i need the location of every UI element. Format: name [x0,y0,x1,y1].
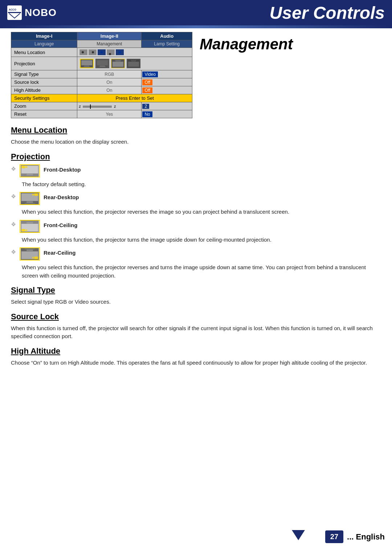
svg-rect-34 [21,229,25,231]
menu-location-row: Menu Location [11,48,192,57]
high-altitude-off[interactable]: Off [142,86,192,94]
high-altitude-on[interactable]: On [77,86,142,94]
reset-row: Reset Yes No [11,110,192,118]
svg-rect-27 [25,203,35,204]
svg-rect-38 [26,250,33,251]
page-title: User Controls [270,3,385,22]
loc-bottom-left-icon[interactable] [107,49,115,55]
zoom-row: Zoom z z 2 [11,102,192,110]
signal-type-rgb[interactable]: RGB [77,70,142,78]
high-altitude-text: Choose “On” to turn on High Altitude mod… [11,359,381,367]
tab-image-ii[interactable]: Image-II [77,32,142,40]
signal-type-label: Signal Type [11,70,77,78]
tab-image-i[interactable]: Image-I [11,32,77,40]
proj-rear-desktop-icon[interactable] [95,59,109,68]
reset-no-badge: No [142,111,152,117]
front-desktop-label-group: Front-Desktop [44,164,81,173]
sub-tab-language[interactable]: Language [11,40,77,48]
svg-rect-22 [21,165,25,168]
svg-rect-17 [131,60,136,61]
tab-audio[interactable]: Audio [142,32,192,40]
menu-location-icons [79,49,191,56]
source-lock-off-badge: Off [142,79,152,85]
front-desktop-icon [20,164,40,177]
sub-tab-row: Language Management Lamp Setting [11,40,192,48]
page-footer: 27 ... English [325,530,385,543]
proj-front-ceiling-icon[interactable] [111,59,125,68]
proj-front-desktop-icon[interactable] [80,59,94,68]
svg-rect-40 [34,257,38,259]
source-lock-off[interactable]: Off [142,78,192,86]
high-altitude-section: High Altitude Choose “On” to turn on Hig… [11,346,381,367]
blue-bar [0,25,392,28]
title-area: User Controls [57,3,385,23]
front-desktop-desc: The factory default setting. [11,180,381,189]
signal-type-video[interactable]: Video [142,70,192,78]
projection-value[interactable] [77,57,192,70]
svg-rect-12 [113,62,123,67]
front-ceiling-desc: When you select this function, the proje… [11,236,381,244]
svg-rect-16 [128,62,139,67]
page-language: ... English [347,532,385,542]
front-ceiling-label-group: Front-Ceiling [44,220,77,228]
osd-table: Image-I Image-II Audio Language Manageme… [11,32,192,118]
svg-rect-33 [25,221,35,222]
rear-desktop-icon [20,192,40,205]
svg-text:ACCO: ACCO [9,8,16,11]
reset-no[interactable]: No [142,110,192,118]
zoom-tick [90,104,91,109]
rear-ceiling-label: Rear-Ceiling [44,250,75,256]
high-altitude-off-badge: Off [142,87,152,93]
signal-type-heading: Signal Type [11,286,381,295]
sub-tab-lamp-setting[interactable]: Lamp Setting [142,40,192,48]
front-ceiling-icon [20,220,40,233]
svg-rect-2 [8,12,21,13]
menu-location-heading: Menu Location [11,126,381,135]
high-altitude-heading: High Altitude [11,346,381,356]
rear-ceiling-item: ❖ Rear-Ceiling [11,247,381,260]
svg-rect-10 [99,66,106,67]
right-col: Management [200,32,381,60]
svg-rect-21 [25,175,35,176]
zoom-label: Zoom [11,102,77,110]
logo-text: NOBO [25,7,57,19]
zoom-val-badge: 2 [142,104,149,109]
source-lock-label: Source lock [11,78,77,86]
projection-label: Projection [11,57,77,70]
rear-ceiling-label-group: Rear-Ceiling [44,247,75,256]
source-lock-on[interactable]: On [77,78,142,86]
source-lock-text: When this function is turned off, the pr… [11,324,381,341]
svg-rect-4 [81,60,92,65]
reset-yes[interactable]: Yes [77,110,142,118]
diamond-icon-1: ❖ [11,165,16,172]
source-lock-row: Source lock On Off [11,78,192,86]
tab-row: Image-I Image-II Audio [11,32,192,40]
menu-location-value[interactable] [77,48,192,57]
menu-location-section: Menu Location Choose the menu location o… [11,126,381,146]
loc-bottom-right-icon[interactable] [116,49,124,55]
svg-rect-26 [26,201,33,203]
rear-desktop-label: Rear-Desktop [44,194,79,200]
security-settings-value[interactable]: Press Enter to Set [77,94,192,102]
header: ACCO NOBO User Controls [0,0,392,25]
projection-heading: Projection [11,152,381,161]
projection-icons [79,58,191,69]
signal-type-text: Select signal type RGB or Video sources. [11,298,381,306]
loc-top-center-icon[interactable] [89,49,97,55]
zoom-track[interactable] [83,106,112,108]
svg-rect-39 [25,249,35,250]
svg-rect-20 [26,174,33,175]
projection-row: Projection [11,57,192,70]
sub-tab-management[interactable]: Management [77,40,142,48]
menu-location-label: Menu Location [11,48,77,57]
logo-area: ACCO NOBO [7,5,57,20]
loc-top-left-icon[interactable] [79,49,87,55]
svg-rect-6 [83,66,90,67]
loc-top-right-icon[interactable] [98,49,106,55]
diamond-icon-4: ❖ [11,249,16,255]
rear-desktop-label-group: Rear-Desktop [44,192,79,200]
proj-rear-ceiling-icon[interactable] [127,59,140,68]
front-desktop-item: ❖ Front-Desktop [11,164,381,177]
zoom-control[interactable]: z z [77,102,142,110]
nav-arrow-down[interactable] [292,530,305,540]
